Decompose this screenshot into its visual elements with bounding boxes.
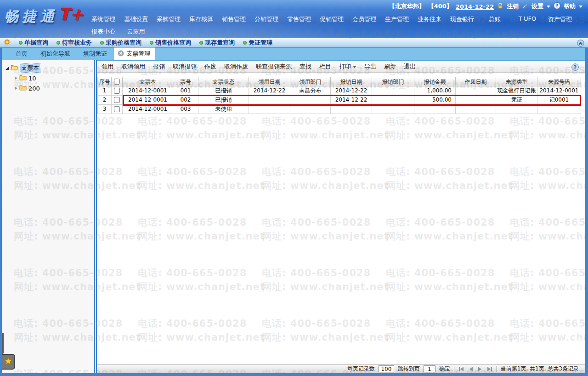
current-date-link[interactable]: 2014-12-22 [456, 3, 494, 10]
tree-root[interactable]: 支票本 [6, 63, 94, 73]
gear-icon[interactable] [4, 39, 11, 47]
open-folder-icon [11, 64, 18, 72]
per-page-label: 每页记录数 [347, 365, 375, 373]
table-cell: 2014-12-0001 [123, 105, 173, 114]
close-icon[interactable] [118, 50, 124, 58]
help-caret-icon[interactable] [579, 6, 582, 8]
toolbar-button-退出[interactable]: 退出 [404, 63, 416, 71]
main-area: 支票本 10200 领用取消领用报销取消报销作废取消作废联查报销来源查找栏目打印… [2, 60, 585, 373]
help-button[interactable]: 帮助 [564, 2, 576, 11]
quickbar-item-label: 销售价格查询 [155, 39, 191, 47]
toolbar-button-取消报销[interactable]: 取消报销 [173, 63, 197, 71]
tab[interactable]: 填制凭证 [77, 48, 113, 60]
last-page-icon[interactable] [486, 366, 493, 372]
quickbar-item[interactable]: 单据查询 [19, 39, 48, 47]
settings-caret-icon[interactable] [547, 6, 550, 8]
per-page-input[interactable] [379, 365, 394, 372]
account-name: 【400】 [428, 2, 452, 11]
row-checkbox[interactable] [114, 97, 120, 103]
toolbar-button-领用[interactable]: 领用 [102, 63, 113, 71]
table-cell: 现金银行日记账 [496, 86, 537, 96]
toolbar-button-取消领用[interactable]: 取消领用 [121, 63, 145, 71]
table-cell: 凭证 [496, 96, 537, 105]
tab-bar: 首页初始化导航填制凭证支票管理 [2, 48, 585, 60]
menu-item[interactable]: 会员管理 [352, 15, 376, 23]
table-row[interactable]: 12014-12-0001001已报销2014-12-22南昌分布2014-12… [97, 86, 581, 96]
tree-collapsed-icon[interactable] [15, 86, 17, 90]
quickbar-item[interactable]: 销售价格查询 [150, 39, 191, 47]
favorites-flap[interactable] [2, 333, 16, 370]
question-icon: ? [554, 2, 560, 11]
tab-label: 填制凭证 [83, 50, 107, 57]
menu-item[interactable]: 生产管理 [385, 15, 409, 23]
toolbar-button-刷新[interactable]: 刷新 [384, 63, 396, 71]
menu-item[interactable]: 促销管理 [320, 15, 344, 23]
menu-item[interactable]: 现金银行 [450, 15, 474, 23]
toolbar-button-报销[interactable]: 报销 [153, 63, 165, 71]
goto-page-input[interactable] [424, 365, 435, 372]
menu-item[interactable]: 系统管理 [91, 15, 115, 23]
table-row[interactable]: 22014-12-0001002已报销2014-12-22500.00凭证记00… [97, 96, 581, 105]
tab-label: 首页 [16, 50, 28, 57]
tab-active[interactable]: 支票管理 [113, 47, 156, 60]
logout-button[interactable]: 注销 [507, 2, 519, 11]
quickbar-item[interactable]: 待审核业务 [57, 39, 92, 47]
next-page-icon[interactable] [477, 366, 483, 372]
table-cell: 2014-12-22 [331, 86, 372, 96]
tree-item-label[interactable]: 10 [28, 75, 36, 82]
confirm-button[interactable]: 确定 [439, 365, 450, 373]
menu-item[interactable]: 销售管理 [222, 15, 246, 23]
checkbox-cell [112, 86, 123, 96]
toolbar-button-导出[interactable]: 导出 [364, 63, 376, 71]
menu-item[interactable]: 基础设置 [124, 15, 148, 23]
toolbar-button-打印[interactable]: 打印 [339, 63, 356, 71]
tree-item[interactable]: 10 [6, 73, 94, 83]
menu-item[interactable]: 报表中心 [91, 28, 115, 36]
menu-item[interactable]: 分销管理 [254, 15, 278, 23]
tab[interactable]: 首页 [9, 48, 34, 60]
table-cell [496, 105, 537, 114]
tree-root-label[interactable]: 支票本 [20, 64, 40, 72]
toolbar-button-查找[interactable]: 查找 [300, 63, 311, 71]
tab-label: 初始化导航 [40, 50, 70, 57]
row-checkbox[interactable] [114, 106, 120, 112]
menu-item[interactable]: 云应用 [124, 28, 148, 36]
menu-item[interactable]: 采购管理 [157, 15, 181, 23]
collapse-up-icon[interactable] [577, 40, 584, 48]
toolbar-help-icon[interactable]: ? [571, 63, 579, 72]
row-checkbox[interactable] [114, 88, 120, 94]
menu-item[interactable]: T-UFO [515, 15, 539, 23]
tree-item-label[interactable]: 200 [28, 85, 40, 92]
column-header: 报销部门 [372, 77, 414, 86]
tab[interactable]: 初始化导航 [34, 48, 77, 60]
prev-page-icon[interactable] [468, 366, 474, 372]
toolbar-button-栏目[interactable]: 栏目 [319, 63, 331, 71]
tree-expanded-icon[interactable] [6, 67, 9, 70]
menu-item[interactable]: 库存核算 [189, 15, 213, 23]
select-all-checkbox[interactable] [114, 79, 120, 85]
quickbar-item-label: 现存量查询 [205, 39, 235, 47]
tree-collapsed-icon[interactable] [15, 76, 17, 80]
green-dot-icon [57, 41, 60, 45]
content-toolbar: 领用取消领用报销取消报销作废取消作废联查报销来源查找栏目打印导出刷新退出 ? [97, 60, 585, 73]
menu-item[interactable]: 资产管理 [548, 15, 572, 23]
toolbar-button-作废[interactable]: 作废 [204, 63, 216, 71]
menu-item[interactable]: 零售管理 [287, 15, 311, 23]
pager-summary: 当前第1页, 共1页, 总共3条记录 [501, 365, 579, 373]
quickbar-item[interactable]: 凭证管理 [243, 39, 272, 47]
quickbar-item[interactable]: 现存量查询 [199, 39, 235, 47]
tree-item[interactable]: 200 [6, 83, 94, 93]
toolbar-button-取消作废[interactable]: 取消作废 [224, 63, 248, 71]
menu-item[interactable]: 总账 [483, 15, 507, 23]
table-row[interactable]: 32014-12-0001003未使用 [97, 105, 581, 114]
table-cell [290, 105, 331, 114]
table-cell: 2014-12-0001 [537, 86, 581, 96]
toolbar-button-联查报销来源[interactable]: 联查报销来源 [256, 63, 292, 71]
quickbar-item[interactable]: 采购价格查询 [100, 39, 141, 47]
menu-item[interactable]: 业务往来 [418, 15, 441, 23]
wrench-icon [522, 3, 528, 11]
settings-button[interactable]: 设置 [531, 2, 543, 11]
first-page-icon[interactable] [458, 366, 464, 372]
flap-box[interactable] [2, 354, 15, 370]
star-icon [4, 357, 12, 366]
